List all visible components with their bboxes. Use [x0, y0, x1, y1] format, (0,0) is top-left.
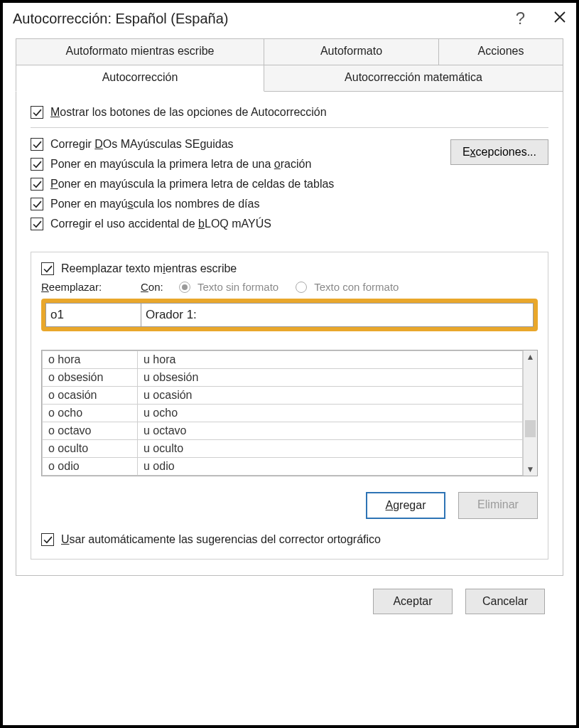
table-row[interactable]: o ochou ocho — [43, 405, 523, 422]
label-spellcheck-suggestions: Usar automáticamente las sugerencias del… — [61, 533, 381, 546]
entry-replace: o obsesión — [43, 369, 138, 387]
entry-replace: o oculto — [43, 440, 138, 458]
label-first-letter-sentence: Poner en mayúscula la primera letra de u… — [50, 158, 311, 171]
entry-with: u octavo — [138, 422, 523, 440]
checkbox-first-letter-sentence[interactable] — [31, 158, 43, 171]
entry-replace: o ocho — [43, 405, 138, 422]
tab-autoformat-typing[interactable]: Autoformato mientras escribe — [16, 38, 264, 65]
checkbox-replace-text[interactable] — [41, 262, 54, 275]
entry-replace: o odio — [43, 458, 138, 476]
delete-button: Eliminar — [458, 492, 538, 519]
entry-with: u odio — [138, 458, 523, 476]
table-row[interactable]: o odiou odio — [43, 458, 523, 476]
table-row[interactable]: o horau hora — [43, 351, 523, 369]
dialog-frame: Autocorrección: Español (España) ? Autof… — [0, 0, 579, 728]
table-row[interactable]: o obsesiónu obsesión — [43, 369, 523, 387]
autocorrect-panel: Mostrar los botones de las opciones de A… — [16, 91, 563, 576]
label-replace-column: Reemplazar: — [41, 281, 141, 293]
entry-with: u ocho — [138, 405, 523, 422]
checkbox-two-caps[interactable] — [31, 138, 43, 151]
table-row[interactable]: o octavou octavo — [43, 422, 523, 440]
checkbox-first-letter-table[interactable] — [31, 178, 43, 191]
entry-with: u oculto — [138, 440, 523, 458]
entry-replace: o hora — [43, 351, 138, 369]
tab-actions[interactable]: Acciones — [439, 38, 563, 65]
entries-table[interactable]: o horau horao obsesiónu obsesióno ocasió… — [42, 350, 523, 476]
label-show-buttons: Mostrar los botones de las opciones de A… — [50, 106, 327, 119]
label-replace-text: Reemplazar texto mientras escribe — [61, 262, 237, 275]
table-row[interactable]: o ocultou oculto — [43, 440, 523, 458]
add-button[interactable]: Agregar — [366, 492, 445, 519]
entry-with: u ocasión — [138, 387, 523, 405]
tab-autocorrect[interactable]: Autocorrección — [16, 65, 264, 92]
checkbox-caps-lock[interactable] — [31, 218, 43, 230]
with-input[interactable]: Orador 1: — [141, 303, 534, 327]
entry-replace: o ocasión — [43, 387, 138, 405]
close-icon[interactable] — [553, 11, 566, 27]
scroll-down-icon[interactable]: ▼ — [524, 463, 537, 476]
radio-formatted-text-label: Texto con formato — [314, 281, 399, 293]
highlighted-inputs: o1 Orador 1: — [41, 299, 538, 331]
label-with-column: Con: — [141, 281, 175, 293]
radio-formatted-text[interactable] — [296, 282, 307, 293]
checkbox-day-names[interactable] — [31, 198, 43, 210]
scroll-up-icon[interactable]: ▲ — [524, 350, 537, 363]
tab-area: Autoformato mientras escribe Autoformato… — [16, 38, 563, 92]
label-two-caps: Corregir DOs MAyúsculas SEguidas — [50, 138, 234, 151]
title-bar: Autocorrección: Español (España) ? — [3, 3, 576, 36]
entry-with: u hora — [138, 351, 523, 369]
scrollbar[interactable]: ▲ ▼ — [523, 350, 537, 476]
dialog-title: Autocorrección: Español (España) — [13, 11, 516, 27]
replace-block: Reemplazar texto mientras escribe Reempl… — [31, 252, 548, 560]
checkbox-spellcheck-suggestions[interactable] — [41, 533, 54, 546]
tab-autoformat[interactable]: Autoformato — [264, 38, 439, 65]
help-icon[interactable]: ? — [516, 9, 525, 28]
checkbox-show-buttons[interactable] — [31, 106, 43, 119]
ok-button[interactable]: Aceptar — [373, 589, 453, 614]
entry-replace: o octavo — [43, 422, 138, 440]
cancel-button[interactable]: Cancelar — [465, 589, 545, 614]
tab-math-autocorrect[interactable]: Autocorrección matemática — [264, 65, 563, 92]
replace-input[interactable]: o1 — [45, 303, 141, 327]
radio-plain-text-label: Texto sin formato — [197, 281, 278, 293]
label-day-names: Poner en mayúscula los nombres de días — [50, 198, 259, 210]
exceptions-button[interactable]: Excepciones... — [450, 139, 548, 165]
entry-with: u obsesión — [138, 369, 523, 387]
label-caps-lock: Corregir el uso accidental de bLOQ mAYÚS — [50, 218, 271, 230]
table-row[interactable]: o ocasiónu ocasión — [43, 387, 523, 405]
radio-plain-text[interactable] — [179, 282, 190, 293]
label-first-letter-table: Poner en mayúscula la primera letra de c… — [50, 178, 334, 191]
scroll-thumb[interactable] — [525, 420, 536, 437]
